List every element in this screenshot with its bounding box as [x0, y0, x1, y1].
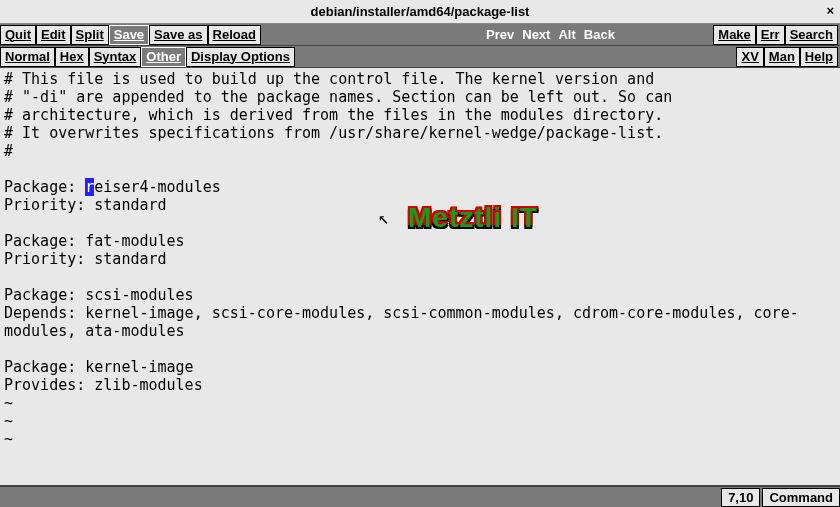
statusbar: 7,10 Command [0, 485, 840, 507]
titlebar: debian/installer/amd64/package-list × [0, 0, 840, 24]
quit-button[interactable]: Quit [0, 25, 36, 45]
close-icon[interactable]: × [826, 3, 834, 18]
next-button[interactable]: Next [518, 26, 554, 44]
save-as-button[interactable]: Save as [149, 25, 207, 45]
window-title: debian/installer/amd64/package-list [311, 4, 530, 19]
make-button[interactable]: Make [713, 25, 756, 45]
prev-button[interactable]: Prev [482, 26, 518, 44]
normal-tab[interactable]: Normal [0, 47, 55, 67]
toolbar-primary: Quit Edit Split Save Save as Reload Prev… [0, 24, 840, 46]
man-button[interactable]: Man [764, 47, 800, 67]
alt-button[interactable]: Alt [554, 26, 579, 44]
cursor-position: 7,10 [721, 488, 760, 507]
editor-mode: Command [762, 488, 840, 507]
other-tab[interactable]: Other [141, 47, 186, 67]
search-button[interactable]: Search [785, 25, 838, 45]
toolbar-secondary: Normal Hex Syntax Other Display Options … [0, 46, 840, 68]
reload-button[interactable]: Reload [208, 25, 261, 45]
help-button[interactable]: Help [800, 47, 838, 67]
display-options-tab[interactable]: Display Options [186, 47, 295, 67]
back-button[interactable]: Back [580, 26, 619, 44]
err-button[interactable]: Err [756, 25, 785, 45]
split-button[interactable]: Split [71, 25, 109, 45]
save-button[interactable]: Save [109, 25, 149, 45]
hex-tab[interactable]: Hex [55, 47, 89, 67]
edit-button[interactable]: Edit [36, 25, 71, 45]
xv-button[interactable]: XV [736, 47, 763, 67]
editor-area[interactable]: # This file is used to build up the cont… [0, 68, 840, 482]
syntax-tab[interactable]: Syntax [89, 47, 142, 67]
